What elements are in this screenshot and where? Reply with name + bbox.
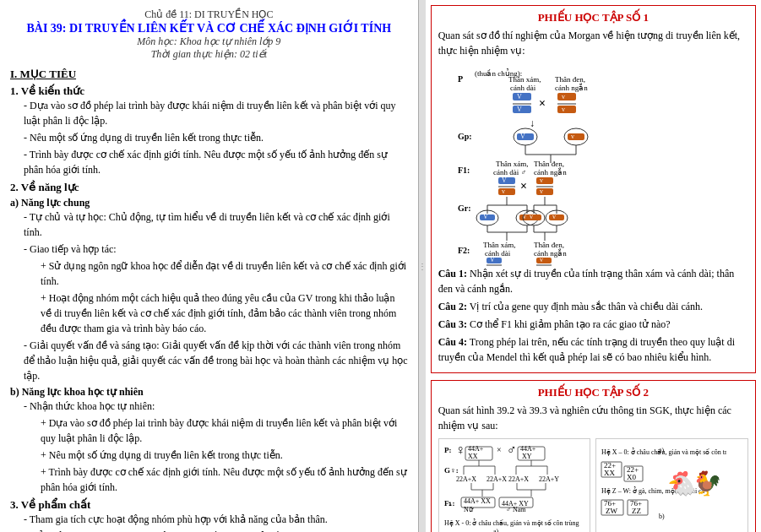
svg-text:v: v bbox=[571, 133, 574, 140]
q2-id: Câu 2: bbox=[438, 301, 467, 312]
svg-text:v: v bbox=[552, 213, 556, 220]
svg-text:V: V bbox=[517, 93, 522, 100]
svg-text:a): a) bbox=[659, 447, 665, 454]
phieu2-intro: Quan sát hình 39.2 và 39.3 và nghiên cứu… bbox=[438, 403, 748, 433]
svg-rect-23 bbox=[568, 133, 584, 140]
question-2: Câu 2: Vị trí của gene quy định màu sắc … bbox=[438, 299, 748, 314]
q4-text: Trong phép lai trên, nếu các tính trạng … bbox=[438, 336, 735, 363]
q2-text: Vị trí của gene quy định màu sắc thân và… bbox=[470, 301, 703, 312]
svg-text:V: V bbox=[520, 133, 525, 140]
svg-text:🐓: 🐓 bbox=[693, 470, 722, 497]
phieu2-figures: P: ♀ 44A+ XX × ♂ 44A+ XY G♀: bbox=[438, 438, 748, 532]
svg-text:Gp:: Gp: bbox=[458, 132, 472, 141]
phieu2-title: PHIẾU HỌC TẬP SỐ 2 bbox=[438, 386, 748, 399]
phieu1-intro: Quan sát sơ đồ thí nghiệm của Morgan về … bbox=[438, 28, 748, 58]
svg-text:cánh ngắn: cánh ngắn bbox=[534, 248, 567, 258]
khtn1b-text: + Nêu một số ứng dụng di truyền liên kết… bbox=[41, 448, 408, 463]
nl3-text: - Giải quyết vấn đề và sáng tạo: Giải qu… bbox=[24, 338, 408, 383]
svg-text:22A+X: 22A+X bbox=[508, 475, 529, 483]
svg-rect-84 bbox=[536, 258, 552, 263]
svg-text:V: V bbox=[483, 213, 488, 220]
pham-chat-heading: 3. Về phẩm chất bbox=[10, 498, 408, 512]
svg-text:XX: XX bbox=[468, 453, 478, 460]
svg-text:44A+: 44A+ bbox=[468, 445, 484, 453]
svg-rect-61 bbox=[526, 214, 541, 220]
svg-text:×: × bbox=[539, 97, 546, 110]
svg-rect-12 bbox=[557, 93, 576, 100]
kien-thuc-heading: 1. Về kiến thức bbox=[10, 84, 408, 98]
phieu1-title: PHIẾU HỌC TẬP SỐ 1 bbox=[438, 11, 748, 24]
figure-left: P: ♀ 44A+ XX × ♂ 44A+ XY G♀: bbox=[438, 438, 591, 532]
svg-text:cánh dài: cánh dài bbox=[510, 84, 536, 92]
svg-text:v: v bbox=[530, 213, 533, 220]
pc2-text: - Cẩn thận, trung thực và thực hiện các … bbox=[24, 529, 408, 532]
svg-text:Gr:: Gr: bbox=[458, 204, 471, 213]
left-panel[interactable]: Chủ đề 11: DI TRUYỀN HỌC BÀI 39: DI TRUY… bbox=[0, 0, 419, 532]
svg-text:Thân xám,: Thân xám, bbox=[508, 75, 541, 84]
kt1-text: - Dựa vào sơ đồ phép lai trình bày được … bbox=[24, 98, 408, 128]
muc-tieu-heading: I. MỤC TIÊU bbox=[10, 68, 408, 81]
svg-text:22A+Y: 22A+Y bbox=[539, 475, 559, 483]
svg-text:♀: ♀ bbox=[455, 442, 465, 457]
svg-text:X0: X0 bbox=[627, 473, 636, 481]
phieu1-box: PHIẾU HỌC TẬP SỐ 1 Quan sát sơ đồ thí ng… bbox=[431, 5, 756, 373]
khtn-heading: b) Năng lực khoa học tự nhiên bbox=[10, 386, 408, 399]
svg-text:V: V bbox=[517, 106, 522, 113]
svg-text:Thân đen,: Thân đen, bbox=[534, 241, 564, 249]
svg-text:V: V bbox=[502, 176, 507, 184]
svg-text:ZZ: ZZ bbox=[632, 507, 641, 515]
khtn1-text: - Nhận thức khoa học tự nhiên: bbox=[24, 399, 408, 414]
q4-id: Câu 4: bbox=[438, 336, 467, 348]
drag-handle[interactable]: ⋮ bbox=[419, 0, 426, 532]
svg-text:♂ Nam: ♂ Nam bbox=[506, 506, 526, 513]
genetics-diagram: P (thuần chủng): Thân xám, cánh dài V V … bbox=[438, 63, 748, 266]
q3-id: Câu 3: bbox=[438, 318, 467, 330]
svg-text:22A+X: 22A+X bbox=[456, 475, 476, 483]
svg-text:P:: P: bbox=[444, 446, 452, 454]
svg-text:cánh dài: cánh dài bbox=[485, 249, 511, 258]
svg-text:V: V bbox=[490, 256, 495, 263]
svg-rect-4 bbox=[513, 93, 531, 100]
svg-text:v: v bbox=[540, 256, 543, 263]
svg-text:ZW: ZW bbox=[606, 507, 617, 515]
svg-text:v: v bbox=[540, 187, 543, 195]
duration-label: Thời gian thực hiện: 02 tiết bbox=[10, 48, 408, 61]
svg-rect-64 bbox=[549, 214, 564, 220]
q1-text: Nhận xét sự di truyền của tính trạng thâ… bbox=[438, 268, 735, 295]
svg-text:×: × bbox=[497, 445, 502, 454]
page-container: Chủ đề 11: DI TRUYỀN HỌC BÀI 39: DI TRUY… bbox=[0, 0, 761, 532]
svg-text:×: × bbox=[520, 180, 527, 193]
nl2a-text: + Sử dụng ngôn ngữ khoa học để diễn đạt … bbox=[41, 258, 408, 289]
right-panel[interactable]: PHIẾU HỌC TẬP SỐ 1 Quan sát sơ đồ thí ng… bbox=[426, 0, 761, 532]
svg-rect-43 bbox=[536, 188, 553, 195]
svg-text:XX: XX bbox=[604, 469, 615, 477]
svg-text:v: v bbox=[502, 187, 505, 195]
svg-text:v: v bbox=[562, 106, 565, 113]
nang-luc-heading: 2. Về năng lực bbox=[10, 181, 408, 194]
nl2b-text: + Hoạt động nhóm một cách hiệu quả theo … bbox=[41, 290, 408, 336]
svg-text:cánh ngắn: cánh ngắn bbox=[534, 167, 567, 176]
svg-text:v: v bbox=[540, 176, 543, 184]
question-1: Câu 1: Nhận xét sự di truyền của tính tr… bbox=[438, 266, 748, 296]
svg-text:44A+ XX: 44A+ XX bbox=[464, 497, 491, 505]
svg-text:22A+X: 22A+X bbox=[486, 475, 507, 483]
svg-text:b): b) bbox=[659, 513, 665, 520]
svg-text:↓: ↓ bbox=[530, 117, 535, 129]
lesson-title: BÀI 39: DI TRUYỀN LIÊN KẾT VÀ CƠ CHẾ XÁC… bbox=[10, 21, 408, 35]
doc-title-block: Chủ đề 11: DI TRUYỀN HỌC BÀI 39: DI TRUY… bbox=[10, 8, 408, 61]
nl1-text: - Tự chủ và tự học: Chủ động, tự tìm hiể… bbox=[24, 209, 408, 240]
kt3-text: - Trình bày được cơ chế xác định giới tí… bbox=[24, 147, 408, 177]
svg-text:G♀:: G♀: bbox=[444, 466, 459, 475]
svg-text:cánh dài ♂: cánh dài ♂ bbox=[493, 168, 526, 176]
svg-rect-20 bbox=[517, 133, 534, 140]
svg-rect-15 bbox=[557, 106, 576, 113]
phieu2-box: PHIẾU HỌC TẬP SỐ 2 Quan sát hình 39.2 và… bbox=[431, 380, 756, 532]
svg-text:Thân đen,: Thân đen, bbox=[555, 75, 585, 84]
question-4: Câu 4: Trong phép lai trên, nếu các tính… bbox=[438, 334, 748, 365]
nang-luc-chung-heading: a) Năng lực chung bbox=[10, 197, 408, 209]
svg-text:F2:: F2: bbox=[458, 246, 470, 255]
chapter-label: Chủ đề 11: DI TRUYỀN HỌC bbox=[10, 8, 408, 21]
subject-label: Môn học: Khoa học tự nhiên lớp 9 bbox=[10, 35, 408, 48]
svg-rect-7 bbox=[513, 106, 531, 113]
svg-text:Thân đen,: Thân đen, bbox=[534, 160, 564, 168]
